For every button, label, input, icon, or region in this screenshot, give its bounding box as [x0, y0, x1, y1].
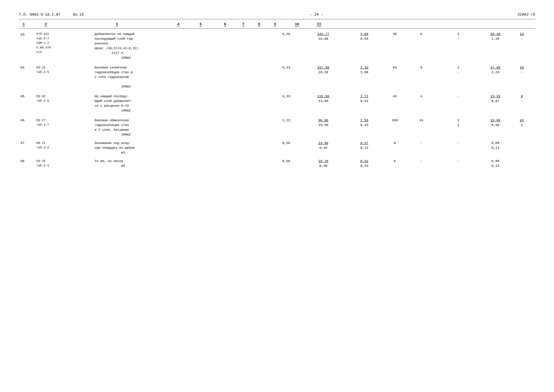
- row-65-col11: 23,I00,67: [482, 93, 509, 114]
- row-63-col11: 38,40I,20: [482, 31, 509, 61]
- row-65-col5: 0,33: [273, 93, 299, 114]
- row-65-desc: На каждый последу-ющий слой добавляет-ся…: [93, 93, 273, 114]
- row-65-col12: 8-: [508, 93, 535, 114]
- row-68-num: 68: [19, 158, 35, 169]
- row-68-code: Е8-IOтаб.3-I: [35, 158, 93, 169]
- row-63-col8: 49: [381, 31, 408, 61]
- row-66-col7: I,500,45: [347, 117, 381, 138]
- table-row: 63 Е7б-29Iтаб.9-7СПМ ч.Iп.80,370к=3 Доба…: [19, 31, 535, 61]
- row-68-col5: 0,56: [273, 158, 299, 169]
- table-row: 64 Е8-23таб.4-5 Боковая склеечнаягидроиз…: [19, 64, 535, 90]
- col-header-2: 2: [45, 22, 47, 27]
- row-68-col6: IO,700,40: [299, 158, 347, 169]
- row-67-col7: 0,370,II: [347, 140, 381, 156]
- row-64-num: 64: [19, 64, 35, 90]
- row-68-col11: 0,800,I3: [482, 158, 509, 169]
- row-66-desc: Боковая обмазочнаягидроизоляция стенв 2 …: [93, 117, 273, 138]
- header-left: Т.П. 0901-9-16.I.87: [19, 13, 60, 17]
- row-67-col10: -: [434, 140, 482, 156]
- row-63-col12: IO-: [508, 31, 535, 61]
- row-67-col9: -: [408, 140, 435, 156]
- row-66-col5: I,22: [273, 117, 299, 138]
- row-68-col9: -: [408, 158, 435, 169]
- col-header-3: 3: [116, 22, 118, 27]
- row-64-col5: 0,33: [273, 64, 299, 90]
- header-right: 22663 г5: [518, 13, 535, 17]
- col-header-10: 10: [295, 22, 299, 27]
- header-row: Т.П. 0901-9-16.I.87 Ал.VI - 24 - 22663 г…: [19, 13, 535, 17]
- row-67-num: 67: [19, 140, 35, 156]
- row-66-num: 66: [19, 117, 35, 138]
- col-header-5: 5: [200, 22, 201, 27]
- table-row: 65 Е8-26таб.4-6 На каждый последу-ющий с…: [19, 93, 535, 114]
- col-header-6: 6: [224, 22, 226, 27]
- row-64-code: Е8-23таб.4-5: [35, 64, 93, 90]
- header-mid: Ал.VI: [73, 13, 84, 17]
- row-68-col8: 6: [381, 158, 408, 169]
- col-header-7: 7: [242, 22, 244, 27]
- row-63-num: 63: [19, 31, 35, 61]
- row-65-num: 65: [19, 93, 35, 114]
- row-65-col8: 43: [381, 93, 408, 114]
- row-63-col9: 6: [408, 31, 435, 61]
- row-64-col11: 47,80I,29: [482, 64, 509, 90]
- row-65-col7: I,720,52: [347, 93, 381, 114]
- table-row: 66 Е8-27таб.4-7 Боковая обмазочнаягидрои…: [19, 117, 535, 138]
- row-66-code: Е8-27таб.4-7: [35, 117, 93, 138]
- col-header-1: 1: [23, 22, 25, 27]
- row-67-col5: 0,56: [273, 140, 299, 156]
- main-table: 63 Е7б-29Iтаб.9-7СПМ ч.Iп.80,370к=3 Доба…: [19, 31, 535, 169]
- col-header-4: 4: [177, 22, 180, 27]
- row-65-col10: -: [434, 93, 482, 114]
- row-66-col9: 24: [408, 117, 435, 138]
- row-63-desc: Добавляется на каждыйпоследующий слой ги…: [93, 31, 273, 61]
- row-66-col12: 4II: [508, 117, 535, 138]
- header-center: - 24 -: [310, 13, 323, 17]
- row-67-col6: I3,400,45: [299, 140, 347, 156]
- row-65-col6: I3I,00I3,60: [299, 93, 347, 114]
- row-67-code: Е8-IIтаб.3-2: [35, 140, 93, 156]
- row-64-col6: 257,0028,20: [299, 64, 347, 90]
- row-66-col6: 90,00I9,50: [299, 117, 347, 138]
- row-64-col10: I-: [434, 64, 482, 90]
- row-68-col7: 0,320,IO: [347, 158, 381, 169]
- row-64-desc: Боковая склеечнаягидроизоляция стен в2 с…: [93, 64, 273, 90]
- row-67-desc: Основание под вход-ную площадку из щебня…: [93, 140, 273, 156]
- row-68-desc: То же, из песка м3: [93, 158, 273, 169]
- row-63-col10: I-: [434, 31, 482, 61]
- row-64-col7: 3,33I,00: [347, 64, 381, 90]
- row-67-col8: 8: [381, 140, 408, 156]
- col-header-9: 9: [274, 22, 276, 27]
- row-64-col12: I6-: [508, 64, 535, 90]
- table-row: 67 Е8-IIтаб.3-2 Основание под вход-ную п…: [19, 140, 535, 156]
- row-68-col12: [508, 158, 535, 169]
- row-63-code: Е7б-29Iтаб.9-7СПМ ч.Iп.80,370к=3: [35, 31, 93, 61]
- row-64-col9: 9: [408, 64, 435, 90]
- row-64-col8: 84: [381, 64, 408, 90]
- col-header-11: II: [317, 22, 321, 27]
- row-66-col10: 2I: [434, 117, 482, 138]
- row-67-col11: 0,890,I4: [482, 140, 509, 156]
- row-63-col5: 0,26: [273, 31, 299, 61]
- table-row: 68 Е8-IOтаб.3-I То же, из песка м3 0,56 …: [19, 158, 535, 169]
- row-66-col11: 33,600,58: [482, 117, 509, 138]
- col-header-8: 8: [258, 22, 260, 27]
- row-65-col9: 4: [408, 93, 435, 114]
- row-66-col8: I09: [381, 117, 408, 138]
- row-65-code: Е8-26таб.4-6: [35, 93, 93, 114]
- row-63-col7: 3,060,93: [347, 31, 381, 61]
- row-67-col12: [508, 140, 535, 156]
- row-63-col6: I84,7722,68: [299, 31, 347, 61]
- row-68-col10: -: [434, 158, 482, 169]
- col-headers-row: 1 2 3 4 5 6 7 8 9 10 II: [19, 21, 535, 29]
